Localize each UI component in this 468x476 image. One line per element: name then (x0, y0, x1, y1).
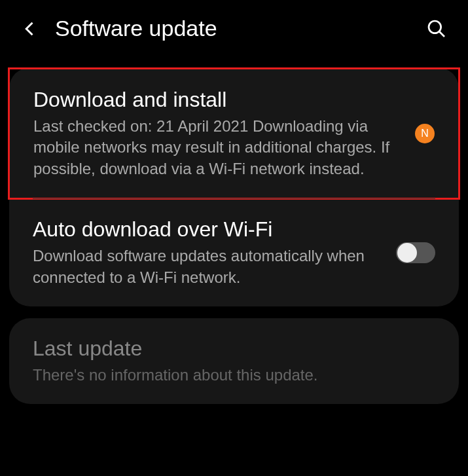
search-button[interactable] (426, 18, 447, 39)
auto-download-title: Auto download over Wi-Fi (33, 217, 383, 242)
item-text: Last update There's no information about… (33, 337, 435, 386)
header: Software update (0, 0, 468, 57)
last-update-item[interactable]: Last update There's no information about… (9, 318, 459, 404)
toggle-knob (397, 243, 417, 263)
item-text: Download and install Last checked on: 21… (33, 88, 402, 179)
auto-download-item[interactable]: Auto download over Wi-Fi Download softwa… (9, 199, 459, 306)
settings-card: Download and install Last checked on: 21… (9, 67, 459, 306)
download-install-item[interactable]: Download and install Last checked on: 21… (8, 67, 460, 200)
last-update-card: Last update There's no information about… (9, 318, 459, 404)
item-text: Auto download over Wi-Fi Download softwa… (33, 217, 383, 288)
download-install-desc: Last checked on: 21 April 2021 Downloadi… (33, 116, 402, 179)
last-update-title: Last update (33, 337, 435, 361)
auto-download-toggle[interactable] (396, 242, 435, 263)
notification-badge: N (415, 124, 435, 143)
back-button[interactable] (21, 20, 39, 38)
page-title: Software update (55, 16, 410, 41)
svg-point-0 (429, 21, 441, 33)
last-update-desc: There's no information about this update… (33, 365, 435, 386)
download-install-title: Download and install (33, 88, 402, 112)
search-icon (426, 18, 447, 39)
auto-download-desc: Download software updates automatically … (33, 246, 383, 288)
chevron-left-icon (21, 20, 39, 38)
svg-line-1 (439, 31, 444, 37)
